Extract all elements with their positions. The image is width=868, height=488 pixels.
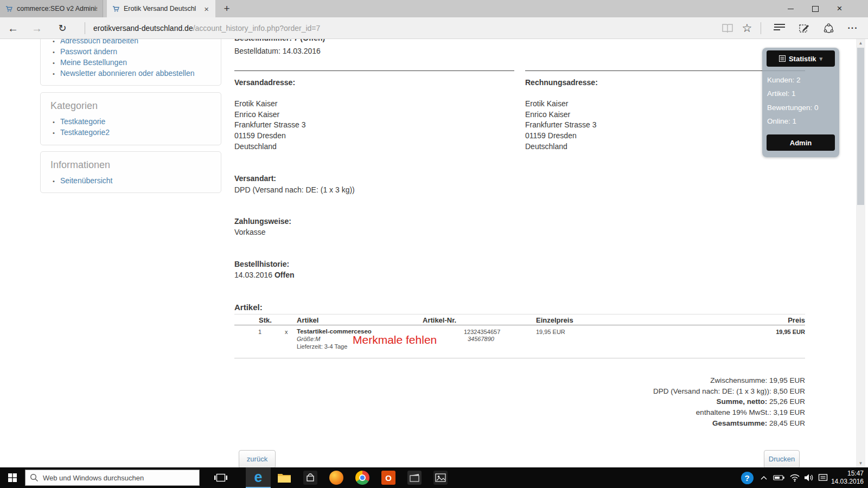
shipping-address-title: Versandadresse:	[234, 78, 295, 87]
maximize-button[interactable]	[803, 0, 827, 17]
sidebar-item-testkategorie[interactable]: Testkategorie	[60, 116, 221, 127]
stat-artikel: Artikel: 1	[762, 87, 839, 100]
sidebar-item-sitemap[interactable]: Seitenübersicht	[60, 175, 221, 186]
help-icon: ?	[741, 472, 754, 484]
scroll-down-icon[interactable]: ▼	[856, 461, 865, 466]
tab-close-icon[interactable]: ×	[203, 4, 210, 14]
row-price: 19,95 EUR	[751, 329, 805, 335]
shipping-method-value: DPD (Versand nach: DE: (1 x 3 kg))	[234, 185, 355, 194]
taskbar-office-button[interactable]: O	[376, 467, 401, 488]
sidebar-item-my-orders[interactable]: Meine Bestellungen	[60, 57, 221, 68]
task-view-button[interactable]	[208, 467, 233, 488]
shipping-method-title: Versandart:	[234, 174, 276, 183]
stat-online: Online: 1	[762, 114, 839, 128]
scroll-up-icon[interactable]: ▲	[856, 41, 865, 46]
sidebar-item-testkategorie2[interactable]: Testkategorie2	[60, 127, 221, 138]
statistics-list: Kunden: 2 Artikel: 1 Bewertungen: 0 Onli…	[762, 73, 839, 129]
chrome-icon	[355, 471, 369, 485]
tray-overflow-button[interactable]	[757, 467, 770, 488]
more-options-icon[interactable]: ···	[845, 17, 861, 39]
url-path: /account_history_info.php?order_id=7	[193, 24, 321, 33]
web-note-icon[interactable]	[796, 17, 812, 39]
print-button[interactable]: Drucken	[764, 450, 800, 467]
taskbar-media-app-button[interactable]	[402, 467, 427, 488]
articles-title: Artikel:	[234, 303, 263, 312]
new-tab-button[interactable]: +	[219, 0, 234, 17]
total-row: DPD (Versand nach: DE: (1 x 3 kg)): 8,50…	[434, 386, 805, 397]
payment-title: Zahlungsweise:	[234, 217, 291, 226]
order-history-entry: 14.03.2016 Offen	[234, 271, 295, 279]
clock-time: 15:47	[826, 470, 864, 478]
stat-kunden: Kunden: 2	[762, 73, 839, 87]
sidebar-item-change-password[interactable]: Passwort ändern	[60, 46, 221, 57]
tab-commerceseo-admin[interactable]: commerce:SEO v2 Administ	[0, 0, 103, 17]
hub-icon[interactable]	[771, 17, 788, 39]
categories-title: Kategorien	[41, 93, 221, 112]
battery-tray-button[interactable]	[771, 467, 787, 488]
col-header-unit-price: Einzelpreis	[536, 316, 573, 324]
order-totals: Zwischensumme: 19,95 EUR DPD (Versand na…	[434, 375, 805, 429]
order-number-line: Bestellnummer: 7 (Offen)	[234, 39, 325, 42]
taskbar-chrome-button[interactable]	[350, 467, 375, 488]
favorite-star-icon[interactable]: ☆	[739, 17, 755, 39]
information-box: Informationen Seitenübersicht	[40, 151, 221, 193]
office-icon: O	[381, 471, 395, 485]
share-icon[interactable]	[820, 17, 837, 39]
row-delivery-time: Lieferzeit: 3-4 Tage	[297, 343, 347, 350]
col-header-price: Preis	[751, 316, 805, 324]
page-scrollbar[interactable]: ▲ ▼	[856, 39, 865, 467]
stat-bewertungen: Bewertungen: 0	[762, 101, 839, 114]
chevron-down-icon: ▾	[820, 55, 823, 62]
page-viewport: Adressbuch bearbeiten Passwort ändern Me…	[0, 39, 868, 467]
statistics-panel: Statistik ▾ Kunden: 2 Artikel: 1 Bewertu…	[762, 48, 839, 157]
order-status: Offen	[275, 271, 295, 279]
admin-button[interactable]: Admin	[767, 134, 835, 151]
taskbar-clock[interactable]: 15:47 14.03.2016	[826, 470, 864, 486]
maximize-icon	[812, 6, 819, 12]
sidebar-item-addressbook[interactable]: Adressbuch bearbeiten	[60, 39, 221, 46]
col-header-qty: Stk.	[259, 316, 272, 324]
total-row: Zwischensumme: 19,95 EUR	[434, 375, 805, 386]
forward-icon[interactable]: →	[28, 17, 46, 39]
volume-tray-button[interactable]	[802, 467, 816, 488]
missing-attributes-annotation: Merkmale fehlen	[353, 333, 437, 346]
total-row: Summe, netto: 25,26 EUR	[434, 396, 805, 407]
taskbar-store-button[interactable]	[298, 467, 323, 488]
help-tray-button[interactable]: ?	[739, 467, 755, 488]
total-row: enthaltene 19% MwSt.: 3,19 EUR	[434, 407, 805, 418]
desktop-screen: commerce:SEO v2 Administ Erotik Versand …	[0, 0, 868, 488]
total-row: Gesamtsumme: 28,45 EUR	[434, 418, 805, 429]
taskbar-file-explorer-button[interactable]	[272, 467, 297, 488]
row-article-number-2: 34567890	[468, 336, 494, 342]
order-history-title: Bestellhistorie:	[234, 260, 289, 268]
window-controls: ×	[778, 0, 852, 17]
row-qty: 1	[258, 329, 261, 335]
scrollbar-thumb[interactable]	[857, 48, 864, 205]
reading-view-icon[interactable]	[719, 17, 736, 39]
sidebar-item-newsletter[interactable]: Newsletter abonnieren oder abbestellen	[60, 68, 221, 79]
cart-favicon	[112, 5, 119, 12]
browser-tab-bar: commerce:SEO v2 Administ Erotik Versand …	[0, 0, 868, 17]
clock-date: 14.03.2016	[826, 478, 864, 486]
tab-title: commerce:SEO v2 Administ	[17, 5, 97, 12]
minimize-button[interactable]	[778, 0, 803, 17]
taskbar-firefox-button[interactable]	[324, 467, 349, 488]
address-bar[interactable]: erotikversand-deutschland.de/account_his…	[93, 17, 320, 39]
taskbar-photos-button[interactable]	[428, 467, 453, 488]
refresh-icon[interactable]: ↻	[54, 17, 71, 39]
wifi-tray-button[interactable]	[788, 467, 802, 488]
taskbar-search-box[interactable]: Web und Windows durchsuchen	[25, 470, 200, 486]
tab-erotik-versand[interactable]: Erotik Versand Deutschl ×	[107, 0, 215, 17]
list-icon	[779, 55, 786, 62]
search-placeholder: Web und Windows durchsuchen	[43, 474, 144, 482]
col-header-article: Artikel	[297, 316, 318, 324]
back-page-button[interactable]: zurück	[239, 450, 276, 467]
chevron-up-icon	[761, 476, 767, 480]
taskbar-edge-button[interactable]: e	[246, 467, 271, 488]
row-article-number-1: 12324354657	[464, 329, 500, 335]
start-button[interactable]	[0, 467, 25, 488]
firefox-icon	[329, 471, 343, 485]
close-button[interactable]: ×	[827, 0, 852, 17]
back-icon[interactable]: ←	[4, 17, 22, 39]
statistik-button[interactable]: Statistik ▾	[767, 50, 835, 67]
